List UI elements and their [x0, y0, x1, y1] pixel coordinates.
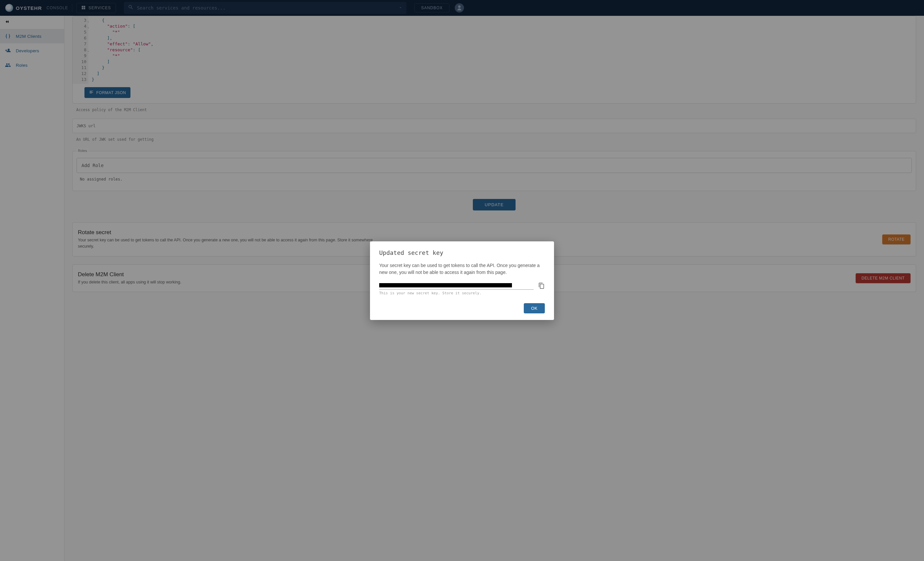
secret-helper-text: This is your new secret key. Store it se…: [379, 291, 545, 295]
secret-key-field[interactable]: [379, 283, 534, 290]
secret-key-redacted: [379, 283, 512, 287]
secret-key-modal: Updated secret key Your secret key can b…: [370, 241, 554, 320]
modal-backdrop[interactable]: Updated secret key Your secret key can b…: [0, 0, 924, 561]
modal-title: Updated secret key: [379, 249, 545, 256]
ok-button[interactable]: OK: [524, 303, 545, 313]
copy-icon[interactable]: [538, 283, 545, 289]
modal-description: Your secret key can be used to get token…: [379, 262, 545, 276]
